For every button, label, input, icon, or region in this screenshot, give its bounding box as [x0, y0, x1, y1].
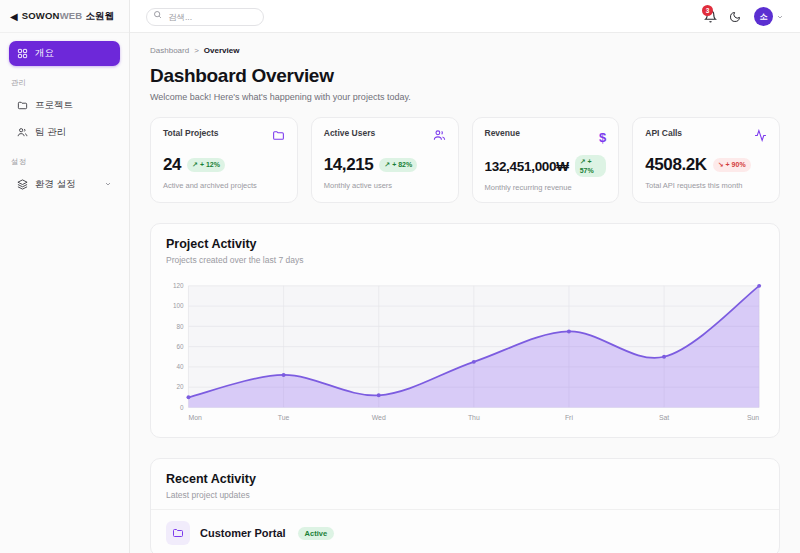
project-name: Customer Portal	[200, 527, 286, 539]
sidebar-item-env-settings[interactable]: 환경 설정	[9, 172, 120, 197]
dashboard-grid-icon	[17, 48, 28, 59]
list-item[interactable]: Customer Portal Active	[151, 510, 779, 553]
stat-label: Active Users	[324, 128, 376, 138]
notifications-button[interactable]: 3	[704, 9, 718, 23]
trend-badge: ↗ + 57%	[575, 155, 607, 177]
page-title: Dashboard Overview	[150, 65, 780, 87]
svg-text:80: 80	[176, 323, 184, 330]
svg-text:40: 40	[176, 363, 184, 370]
sidebar-item-team[interactable]: 팀 관리	[9, 120, 120, 145]
stat-value: 24	[163, 155, 181, 175]
svg-text:Wed: Wed	[372, 414, 386, 421]
stat-value: 132,451,000₩	[485, 159, 569, 174]
stat-subtitle: Active and archived projects	[163, 181, 285, 190]
users-icon	[433, 128, 446, 146]
stat-label: Revenue	[485, 128, 520, 138]
recent-title: Recent Activity	[166, 472, 764, 486]
breadcrumb-root[interactable]: Dashboard	[150, 46, 189, 55]
chart-subtitle: Projects created over the last 7 days	[166, 255, 764, 265]
activity-chart[interactable]: 020406080100120MonTueWedThuFriSatSun	[161, 278, 769, 427]
trend-down-icon: ↘	[718, 161, 724, 168]
recent-activity-panel: Recent Activity Latest project updates C…	[150, 458, 780, 553]
folder-icon	[166, 521, 190, 545]
users-icon	[17, 127, 28, 138]
breadcrumb-current: Overview	[204, 46, 240, 55]
svg-text:0: 0	[180, 404, 184, 411]
stat-card-total-projects: Total Projects 24 ↗ + 12% Active and arc…	[150, 117, 298, 203]
status-badge: Active	[298, 527, 335, 540]
search-input[interactable]	[146, 8, 264, 26]
sidebar-nav: 개요 관리 프로젝트 팀 관리 설정 환경 설정	[0, 33, 129, 207]
stat-card-api-calls: API Calls 4508.2K ↘ + 90% Total API requ…	[632, 117, 780, 203]
app-window: ◀ SOWONWEB소원웹 개요 관리 프로젝트 팀 관리 설정 환경 설정	[0, 0, 800, 553]
page-subtitle: Welcome back! Here's what's happening wi…	[150, 92, 780, 102]
logo: ◀ SOWONWEB소원웹	[0, 0, 129, 33]
stat-label: API Calls	[645, 128, 682, 138]
breadcrumb: Dashboard > Overview	[150, 46, 780, 55]
sidebar-item-label: 프로젝트	[35, 99, 73, 112]
main-column: 3 소 Dashboard > Overview Dashboard Overv…	[130, 0, 800, 553]
recent-subtitle: Latest project updates	[166, 490, 764, 500]
sidebar-item-projects[interactable]: 프로젝트	[9, 93, 120, 118]
stat-label: Total Projects	[163, 128, 219, 138]
svg-text:Mon: Mon	[188, 414, 202, 421]
svg-text:60: 60	[176, 343, 184, 350]
sidebar-item-label: 개요	[35, 47, 54, 60]
recent-list: Customer Portal Active	[151, 509, 779, 553]
user-menu[interactable]: 소	[754, 7, 784, 26]
activity-icon	[754, 128, 767, 146]
page-content: Dashboard > Overview Dashboard Overview …	[130, 33, 800, 553]
search-box	[146, 6, 264, 26]
notification-count-badge: 3	[702, 5, 713, 16]
sidebar: ◀ SOWONWEB소원웹 개요 관리 프로젝트 팀 관리 설정 환경 설정	[0, 0, 130, 553]
chevron-down-icon	[776, 7, 784, 25]
svg-text:120: 120	[173, 282, 184, 289]
topbar-actions: 3 소	[704, 7, 784, 26]
search-icon	[153, 10, 162, 19]
breadcrumb-separator: >	[194, 46, 199, 55]
sidebar-section-manage: 관리	[11, 78, 118, 88]
trend-badge: ↗ + 12%	[187, 158, 225, 171]
sidebar-item-label: 팀 관리	[35, 126, 66, 139]
stat-subtitle: Monthly recurring revenue	[485, 183, 607, 192]
trend-up-icon: ↗	[192, 161, 198, 168]
topbar: 3 소	[130, 0, 800, 33]
chart-title: Project Activity	[166, 237, 764, 251]
trend-badge: ↗ + 82%	[379, 158, 417, 171]
stat-value: 4508.2K	[645, 155, 706, 175]
dollar-icon: $	[599, 128, 606, 146]
chevron-down-icon	[104, 179, 112, 190]
chart-area: 020406080100120MonTueWedThuFriSatSun	[151, 274, 779, 437]
stat-card-revenue: Revenue $ 132,451,000₩ ↗ + 57% Monthly r…	[472, 117, 620, 203]
stat-value: 14,215	[324, 155, 374, 175]
svg-text:Thu: Thu	[468, 414, 480, 421]
trend-badge: ↘ + 90%	[713, 158, 751, 171]
svg-text:Fri: Fri	[565, 414, 573, 421]
svg-text:Tue: Tue	[278, 414, 290, 421]
svg-text:Sat: Sat	[659, 414, 669, 421]
stat-card-active-users: Active Users 14,215 ↗ + 82% Monthly acti…	[311, 117, 459, 203]
trend-up-icon: ↗	[384, 161, 390, 168]
svg-text:Sun: Sun	[747, 414, 759, 421]
stat-subtitle: Total API requests this month	[645, 181, 767, 190]
stat-subtitle: Monthly active users	[324, 181, 446, 190]
svg-text:20: 20	[176, 384, 184, 391]
avatar: 소	[754, 7, 773, 26]
brand-text: SOWONWEB소원웹	[22, 10, 115, 23]
sidebar-item-overview[interactable]: 개요	[9, 41, 120, 66]
folder-icon	[17, 100, 28, 111]
svg-text:100: 100	[173, 302, 184, 309]
sidebar-item-label: 환경 설정	[35, 178, 76, 191]
layers-icon	[17, 179, 28, 190]
logo-mark-icon: ◀	[10, 11, 18, 22]
project-activity-panel: Project Activity Projects created over t…	[150, 223, 780, 438]
sidebar-section-settings: 설정	[11, 157, 118, 167]
moon-icon	[729, 11, 741, 23]
folder-icon	[272, 128, 285, 146]
trend-up-icon: ↗	[580, 158, 586, 165]
dark-mode-toggle[interactable]	[729, 9, 743, 23]
stats-grid: Total Projects 24 ↗ + 12% Active and arc…	[150, 117, 780, 203]
